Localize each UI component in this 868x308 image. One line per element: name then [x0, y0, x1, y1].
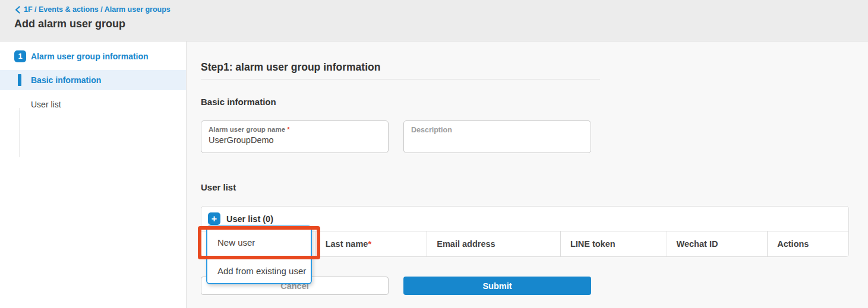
- sidebar-item-label: User list: [31, 100, 61, 109]
- column-header-email-address: Email address: [427, 231, 561, 256]
- required-asterisk: *: [287, 126, 289, 133]
- sidebar-item-user-list[interactable]: User list: [0, 94, 186, 115]
- field-value: UserGroupDemo: [209, 135, 388, 145]
- column-header-line-token: LINE token: [561, 231, 667, 256]
- sidebar-guide-line: [20, 108, 20, 157]
- add-user-dropdown: New user Add from existing user: [206, 226, 312, 284]
- page: 1F / Events & actions / Alarm user group…: [0, 0, 868, 308]
- body: 1 Alarm user group information Basic inf…: [0, 42, 868, 308]
- basic-information-fields: Alarm user group name * UserGroupDemo De…: [201, 120, 868, 153]
- column-header-wechat-id: Wechat ID: [667, 231, 768, 256]
- step-heading: Step1: alarm user group information: [201, 61, 600, 80]
- page-header: 1F / Events & actions / Alarm user group…: [0, 0, 868, 42]
- add-user-button[interactable]: [208, 212, 220, 225]
- sidebar-item-label: Basic information: [31, 75, 101, 85]
- page-title: Add alarm user group: [14, 18, 868, 30]
- column-header-last-name: Last name*: [316, 231, 428, 256]
- user-list-panel-title: User list (0): [226, 214, 273, 224]
- breadcrumb[interactable]: 1F / Events & actions / Alarm user group…: [14, 5, 868, 14]
- alarm-user-group-name-field[interactable]: Alarm user group name * UserGroupDemo: [201, 120, 389, 153]
- column-header-actions: Actions: [768, 231, 848, 256]
- basic-information-section-title: Basic information: [201, 97, 868, 107]
- description-field[interactable]: Description: [403, 120, 591, 153]
- step-label: Alarm user group information: [31, 52, 149, 61]
- plus-icon: [212, 214, 217, 224]
- chevron-left-icon: [14, 6, 21, 14]
- submit-button[interactable]: Submit: [403, 277, 591, 295]
- step-number-badge: 1: [14, 50, 26, 62]
- required-asterisk: *: [368, 239, 371, 249]
- active-item-bar: [18, 74, 21, 86]
- field-label: Description: [411, 126, 591, 134]
- field-label: Alarm user group name *: [209, 126, 388, 133]
- dropdown-item-new-user[interactable]: New user: [207, 227, 311, 258]
- sidebar: 1 Alarm user group information Basic inf…: [0, 42, 187, 308]
- sidebar-step-alarm-user-group-information[interactable]: 1 Alarm user group information: [14, 50, 149, 62]
- dropdown-item-add-from-existing-user[interactable]: Add from existing user: [207, 258, 311, 283]
- user-list-section-title: User list: [201, 182, 868, 192]
- sidebar-item-basic-information[interactable]: Basic information: [0, 70, 186, 90]
- breadcrumb-label: 1F / Events & actions / Alarm user group…: [24, 5, 171, 14]
